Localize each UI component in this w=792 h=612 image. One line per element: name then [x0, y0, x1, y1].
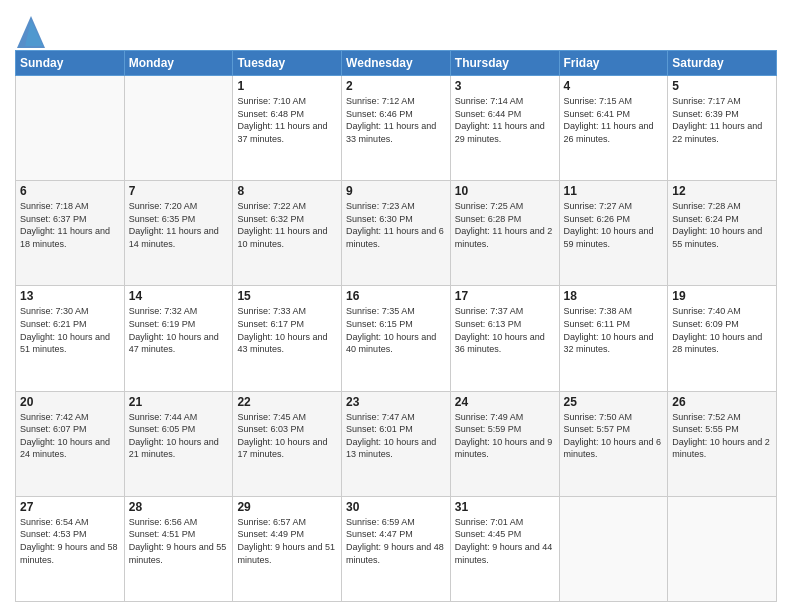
- daylight-label: Daylight: 11 hours and 26 minutes.: [564, 121, 654, 144]
- sunset-label: Sunset: 6:09 PM: [672, 319, 739, 329]
- calendar-cell: 20Sunrise: 7:42 AMSunset: 6:07 PMDayligh…: [16, 391, 125, 496]
- sunrise-label: Sunrise: 7:44 AM: [129, 412, 198, 422]
- day-number: 6: [20, 184, 120, 198]
- day-number: 9: [346, 184, 446, 198]
- day-header-sunday: Sunday: [16, 51, 125, 76]
- day-number: 20: [20, 395, 120, 409]
- week-row-1: 1Sunrise: 7:10 AMSunset: 6:48 PMDaylight…: [16, 76, 777, 181]
- sunset-label: Sunset: 4:51 PM: [129, 529, 196, 539]
- sunset-label: Sunset: 6:41 PM: [564, 109, 631, 119]
- day-number: 30: [346, 500, 446, 514]
- sunset-label: Sunset: 6:19 PM: [129, 319, 196, 329]
- week-row-3: 13Sunrise: 7:30 AMSunset: 6:21 PMDayligh…: [16, 286, 777, 391]
- calendar-cell: 29Sunrise: 6:57 AMSunset: 4:49 PMDayligh…: [233, 496, 342, 601]
- day-number: 29: [237, 500, 337, 514]
- day-number: 4: [564, 79, 664, 93]
- day-number: 31: [455, 500, 555, 514]
- sunset-label: Sunset: 6:30 PM: [346, 214, 413, 224]
- calendar-cell: 21Sunrise: 7:44 AMSunset: 6:05 PMDayligh…: [124, 391, 233, 496]
- day-header-wednesday: Wednesday: [342, 51, 451, 76]
- days-header-row: SundayMondayTuesdayWednesdayThursdayFrid…: [16, 51, 777, 76]
- daylight-label: Daylight: 11 hours and 2 minutes.: [455, 226, 553, 249]
- daylight-label: Daylight: 10 hours and 59 minutes.: [564, 226, 654, 249]
- sunset-label: Sunset: 6:39 PM: [672, 109, 739, 119]
- calendar-cell: 13Sunrise: 7:30 AMSunset: 6:21 PMDayligh…: [16, 286, 125, 391]
- calendar-cell: 10Sunrise: 7:25 AMSunset: 6:28 PMDayligh…: [450, 181, 559, 286]
- daylight-label: Daylight: 11 hours and 22 minutes.: [672, 121, 762, 144]
- calendar-cell: 19Sunrise: 7:40 AMSunset: 6:09 PMDayligh…: [668, 286, 777, 391]
- day-info: Sunrise: 7:15 AMSunset: 6:41 PMDaylight:…: [564, 95, 664, 145]
- daylight-label: Daylight: 10 hours and 47 minutes.: [129, 332, 219, 355]
- sunrise-label: Sunrise: 7:15 AM: [564, 96, 633, 106]
- daylight-label: Daylight: 10 hours and 24 minutes.: [20, 437, 110, 460]
- day-info: Sunrise: 7:47 AMSunset: 6:01 PMDaylight:…: [346, 411, 446, 461]
- logo-icon: [15, 14, 43, 42]
- calendar-cell: 16Sunrise: 7:35 AMSunset: 6:15 PMDayligh…: [342, 286, 451, 391]
- sunrise-label: Sunrise: 7:17 AM: [672, 96, 741, 106]
- sunrise-label: Sunrise: 7:23 AM: [346, 201, 415, 211]
- day-info: Sunrise: 7:22 AMSunset: 6:32 PMDaylight:…: [237, 200, 337, 250]
- day-info: Sunrise: 7:14 AMSunset: 6:44 PMDaylight:…: [455, 95, 555, 145]
- daylight-label: Daylight: 10 hours and 51 minutes.: [20, 332, 110, 355]
- calendar-cell: 17Sunrise: 7:37 AMSunset: 6:13 PMDayligh…: [450, 286, 559, 391]
- day-info: Sunrise: 6:56 AMSunset: 4:51 PMDaylight:…: [129, 516, 229, 566]
- sunrise-label: Sunrise: 6:56 AM: [129, 517, 198, 527]
- day-number: 1: [237, 79, 337, 93]
- day-info: Sunrise: 7:32 AMSunset: 6:19 PMDaylight:…: [129, 305, 229, 355]
- sunset-label: Sunset: 6:37 PM: [20, 214, 87, 224]
- day-number: 19: [672, 289, 772, 303]
- sunrise-label: Sunrise: 7:01 AM: [455, 517, 524, 527]
- sunset-label: Sunset: 4:45 PM: [455, 529, 522, 539]
- daylight-label: Daylight: 11 hours and 18 minutes.: [20, 226, 110, 249]
- day-info: Sunrise: 7:27 AMSunset: 6:26 PMDaylight:…: [564, 200, 664, 250]
- calendar-cell: 6Sunrise: 7:18 AMSunset: 6:37 PMDaylight…: [16, 181, 125, 286]
- week-row-4: 20Sunrise: 7:42 AMSunset: 6:07 PMDayligh…: [16, 391, 777, 496]
- sunrise-label: Sunrise: 7:37 AM: [455, 306, 524, 316]
- sunset-label: Sunset: 6:46 PM: [346, 109, 413, 119]
- week-row-5: 27Sunrise: 6:54 AMSunset: 4:53 PMDayligh…: [16, 496, 777, 601]
- day-number: 5: [672, 79, 772, 93]
- daylight-label: Daylight: 10 hours and 28 minutes.: [672, 332, 762, 355]
- calendar-cell: 28Sunrise: 6:56 AMSunset: 4:51 PMDayligh…: [124, 496, 233, 601]
- daylight-label: Daylight: 9 hours and 55 minutes.: [129, 542, 227, 565]
- day-info: Sunrise: 7:40 AMSunset: 6:09 PMDaylight:…: [672, 305, 772, 355]
- day-info: Sunrise: 7:42 AMSunset: 6:07 PMDaylight:…: [20, 411, 120, 461]
- calendar-cell: 14Sunrise: 7:32 AMSunset: 6:19 PMDayligh…: [124, 286, 233, 391]
- day-number: 22: [237, 395, 337, 409]
- day-info: Sunrise: 7:23 AMSunset: 6:30 PMDaylight:…: [346, 200, 446, 250]
- day-number: 15: [237, 289, 337, 303]
- daylight-label: Daylight: 10 hours and 36 minutes.: [455, 332, 545, 355]
- sunrise-label: Sunrise: 7:18 AM: [20, 201, 89, 211]
- sunrise-label: Sunrise: 7:27 AM: [564, 201, 633, 211]
- sunrise-label: Sunrise: 7:47 AM: [346, 412, 415, 422]
- sunrise-label: Sunrise: 7:38 AM: [564, 306, 633, 316]
- day-number: 7: [129, 184, 229, 198]
- calendar-cell: [16, 76, 125, 181]
- calendar-cell: 25Sunrise: 7:50 AMSunset: 5:57 PMDayligh…: [559, 391, 668, 496]
- calendar-cell: 12Sunrise: 7:28 AMSunset: 6:24 PMDayligh…: [668, 181, 777, 286]
- sunrise-label: Sunrise: 7:25 AM: [455, 201, 524, 211]
- day-info: Sunrise: 7:17 AMSunset: 6:39 PMDaylight:…: [672, 95, 772, 145]
- day-info: Sunrise: 6:57 AMSunset: 4:49 PMDaylight:…: [237, 516, 337, 566]
- day-number: 27: [20, 500, 120, 514]
- daylight-label: Daylight: 11 hours and 37 minutes.: [237, 121, 327, 144]
- sunrise-label: Sunrise: 7:12 AM: [346, 96, 415, 106]
- day-info: Sunrise: 7:20 AMSunset: 6:35 PMDaylight:…: [129, 200, 229, 250]
- calendar-cell: 26Sunrise: 7:52 AMSunset: 5:55 PMDayligh…: [668, 391, 777, 496]
- daylight-label: Daylight: 10 hours and 55 minutes.: [672, 226, 762, 249]
- sunrise-label: Sunrise: 7:28 AM: [672, 201, 741, 211]
- day-info: Sunrise: 7:25 AMSunset: 6:28 PMDaylight:…: [455, 200, 555, 250]
- sunrise-label: Sunrise: 7:14 AM: [455, 96, 524, 106]
- daylight-label: Daylight: 11 hours and 14 minutes.: [129, 226, 219, 249]
- daylight-label: Daylight: 11 hours and 10 minutes.: [237, 226, 327, 249]
- calendar-header: SundayMondayTuesdayWednesdayThursdayFrid…: [16, 51, 777, 76]
- day-number: 25: [564, 395, 664, 409]
- day-number: 13: [20, 289, 120, 303]
- sunrise-label: Sunrise: 7:40 AM: [672, 306, 741, 316]
- sunrise-label: Sunrise: 7:52 AM: [672, 412, 741, 422]
- day-number: 23: [346, 395, 446, 409]
- calendar-cell: 27Sunrise: 6:54 AMSunset: 4:53 PMDayligh…: [16, 496, 125, 601]
- daylight-label: Daylight: 10 hours and 13 minutes.: [346, 437, 436, 460]
- calendar-cell: [559, 496, 668, 601]
- daylight-label: Daylight: 10 hours and 32 minutes.: [564, 332, 654, 355]
